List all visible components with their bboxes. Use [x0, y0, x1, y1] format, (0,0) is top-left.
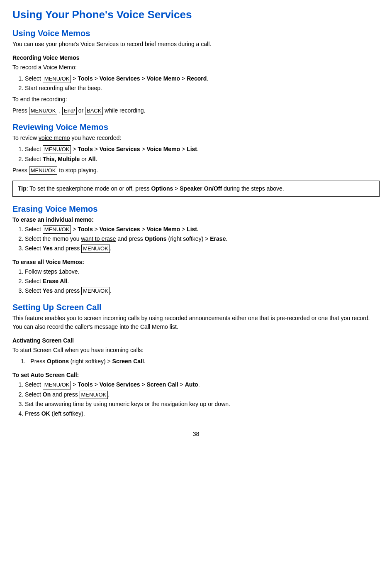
tip-label: Tip — [18, 185, 27, 192]
activating-screen-call-heading: Activating Screen Call — [12, 336, 380, 345]
erase-all-heading: To erase all Voice Memos: — [12, 258, 380, 267]
erasing-voice-memos-title: Erasing Voice Memos — [12, 204, 380, 214]
recording-voice-memos-heading: Recording Voice Memos — [12, 54, 380, 62]
erase-ind-step-2: Select the memo you want to erase and pr… — [25, 235, 380, 243]
key-menu-ok-2: MENU/OK — [29, 107, 58, 115]
reviewing-voice-memos-section: Reviewing Voice Memos To review voice me… — [12, 122, 380, 174]
review-step-1: Select MENU/OK > Tools > Voice Services … — [25, 145, 380, 154]
auto-screen-call-list: Select MENU/OK > Tools > Voice Services … — [25, 380, 380, 418]
section-using-voice-memos-title: Using Voice Memos — [12, 29, 380, 38]
end-recording-detail: Press MENU/OK , End/ or BACK while recor… — [12, 106, 380, 115]
reviewing-voice-memos-title: Reviewing Voice Memos — [12, 122, 380, 132]
key-menu-ok-3: MENU/OK — [43, 145, 71, 154]
key-end: End/ — [62, 107, 77, 115]
page-number: 38 — [12, 431, 380, 437]
key-menu-ok-4: MENU/OK — [29, 166, 58, 175]
end-recording-label: To end the recording: — [12, 95, 380, 104]
stop-playing-text: Press MENU/OK to stop playing. — [12, 166, 380, 175]
review-intro-text: To review voice memo you have recorded: — [12, 134, 380, 142]
page-title: Using Your Phone's Voice Services — [12, 8, 380, 21]
setting-up-screen-call-section: Setting Up Screen Call This feature enab… — [12, 303, 380, 418]
erasing-voice-memos-section: Erasing Voice Memos To erase an individu… — [12, 204, 380, 296]
review-steps-list: Select MENU/OK > Tools > Voice Services … — [25, 145, 380, 163]
auto-step-4: Press OK (left softkey). — [25, 409, 380, 418]
erase-all-step-3: Select Yes and press MENU/OK. — [25, 286, 380, 295]
record-step-2: Start recording after the beep. — [25, 84, 380, 93]
using-voice-memos-intro: You can use your phone's Voice Services … — [12, 40, 380, 49]
setting-up-screen-call-title: Setting Up Screen Call — [12, 303, 380, 312]
key-menu-ok-8: MENU/OK — [43, 381, 71, 389]
key-menu-ok-6: MENU/OK — [81, 245, 110, 253]
erase-individual-heading: To erase an individual memo: — [12, 215, 380, 224]
auto-screen-call-heading: To set Auto Screen Call: — [12, 371, 380, 379]
record-intro-text: To record a Voice Memo: — [12, 63, 380, 72]
activating-step-1: 1. Press Options (right softkey) > Scree… — [21, 357, 380, 366]
erase-all-step-2: Select Erase All. — [25, 277, 380, 286]
erase-ind-step-1: Select MENU/OK > Tools > Voice Services … — [25, 225, 380, 234]
activating-screen-call-intro: To start Screen Call when you have incom… — [12, 346, 380, 355]
record-step-1: Select MENU/OK > Tools > Voice Services … — [25, 74, 380, 83]
key-menu-ok-1: MENU/OK — [43, 75, 71, 83]
key-back: BACK — [85, 107, 103, 115]
erase-all-step-1: Follow steps 1above. — [25, 267, 380, 276]
erase-ind-step-3: Select Yes and press MENU/OK. — [25, 244, 380, 253]
review-step-2: Select This, Multiple or All. — [25, 155, 380, 164]
auto-step-1: Select MENU/OK > Tools > Voice Services … — [25, 380, 380, 389]
erase-all-list: Follow steps 1above. Select Erase All. S… — [25, 267, 380, 295]
key-menu-ok-9: MENU/OK — [80, 391, 108, 399]
erase-individual-list: Select MENU/OK > Tools > Voice Services … — [25, 225, 380, 253]
tip-box: Tip: To set the speakerphone mode on or … — [12, 181, 380, 197]
recording-voice-memos-section: Recording Voice Memos To record a Voice … — [12, 54, 380, 115]
key-menu-ok-5: MENU/OK — [43, 225, 71, 234]
record-steps-list: Select MENU/OK > Tools > Voice Services … — [25, 74, 380, 93]
screen-call-intro: This feature enables you to screen incom… — [12, 314, 380, 331]
auto-step-2: Select On and press MENU/OK. — [25, 390, 380, 399]
key-menu-ok-7: MENU/OK — [81, 287, 110, 295]
tip-text: : To set the speakerphone mode on or off… — [27, 185, 284, 192]
auto-step-3: Set the answering time by using numeric … — [25, 400, 380, 409]
